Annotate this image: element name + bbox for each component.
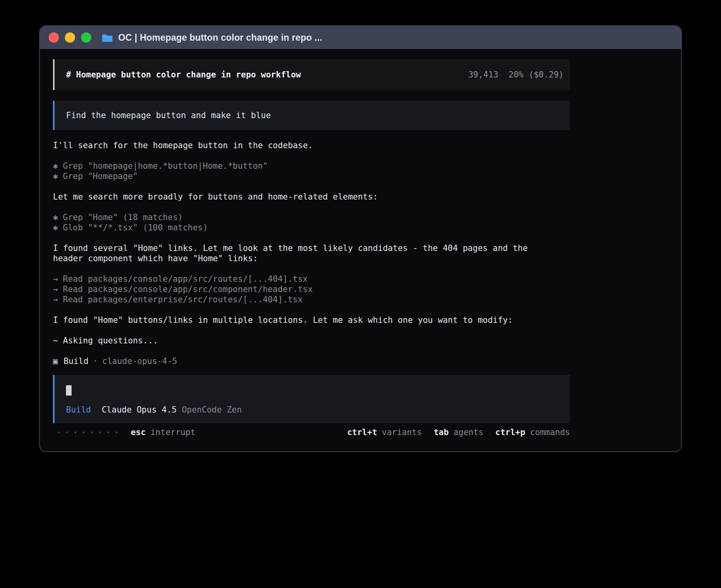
spinner-dots-icon: ········ [56, 427, 122, 437]
tool-call-text: Read packages/console/app/src/component/… [63, 285, 313, 294]
assistant-message: I found several "Home" links. Let me loo… [53, 243, 545, 264]
esc-key-hint: esc [131, 428, 146, 437]
grep-tool-icon: ✱ [53, 171, 63, 181]
window-title: OC | Homepage button color change in rep… [118, 32, 322, 43]
agent-mode-label[interactable]: Build [66, 405, 91, 415]
tool-call-line: ✱Glob "**/*.tsx" (100 matches) [53, 222, 570, 233]
model-name[interactable]: Claude Opus 4.5 [102, 405, 177, 415]
grep-tool-icon: ✱ [53, 212, 63, 222]
tool-call-line: ✱Grep "Homepage" [53, 171, 570, 181]
session-title: # Homepage button color change in repo w… [66, 70, 301, 79]
user-message: Find the homepage button and make it blu… [53, 101, 570, 130]
terminal-content: # Homepage button color change in repo w… [40, 49, 681, 451]
prompt-input[interactable]: Build Claude Opus 4.5 OpenCode Zen [53, 375, 570, 423]
shortcut-label: agents [453, 428, 483, 437]
tool-call-text: Grep "Home" (18 matches) [63, 213, 183, 222]
agent-square-icon: ▣ [53, 356, 58, 366]
close-button[interactable] [49, 32, 59, 43]
text-cursor [66, 385, 72, 396]
agent-name: Build [64, 356, 89, 366]
tool-call-text: Read packages/enterprise/src/routes/[...… [63, 295, 303, 304]
provider-name: OpenCode Zen [182, 405, 242, 415]
read-tool-arrow-icon: → [53, 284, 63, 294]
shortcut-key: tab [434, 428, 449, 437]
shortcut-label: commands [530, 428, 570, 437]
grep-tool-icon: ✱ [53, 161, 63, 171]
agent-status-row: ▣ Build · claude-opus-4-5 [53, 356, 570, 366]
terminal-window: OC | Homepage button color change in rep… [39, 25, 682, 452]
tool-call-text: Grep "Homepage" [63, 172, 138, 181]
input-status-bar: Build Claude Opus 4.5 OpenCode Zen [66, 405, 559, 415]
read-tool-arrow-icon: → [53, 294, 63, 305]
footer-shortcuts: ctrl+t variants tab agents ctrl+p comman… [335, 428, 570, 437]
shortcut-label: variants [382, 428, 422, 437]
assistant-message: Let me search more broadly for buttons a… [53, 192, 570, 202]
shortcut-agents: tab agents [434, 428, 483, 437]
minimize-button[interactable] [65, 32, 75, 43]
tool-call-line: ✱Grep "Home" (18 matches) [53, 212, 570, 222]
glob-tool-icon: ✱ [53, 222, 63, 233]
shortcut-variants: ctrl+t variants [347, 428, 422, 437]
tool-call-text: Grep "homepage|home.*button|Home.*button… [63, 161, 268, 171]
tool-call-line: ✱Grep "homepage|home.*button|Home.*butto… [53, 161, 570, 171]
shortcut-commands: ctrl+p commands [495, 428, 570, 437]
agent-separator: · [93, 356, 98, 366]
session-header: # Homepage button color change in repo w… [53, 59, 570, 90]
folder-icon [102, 33, 113, 42]
assistant-message: I'll search for the homepage button in t… [53, 140, 570, 151]
tool-call-line: →Read packages/console/app/src/routes/[.… [53, 274, 570, 284]
tool-call-line: →Read packages/enterprise/src/routes/[..… [53, 294, 570, 305]
tool-call-line: →Read packages/console/app/src/component… [53, 284, 570, 294]
token-count: 39,413 [468, 70, 498, 79]
context-percentage: 20% [509, 70, 524, 79]
agent-model: claude-opus-4-5 [102, 356, 177, 366]
tool-call-group: →Read packages/console/app/src/routes/[.… [53, 274, 570, 305]
read-tool-arrow-icon: → [53, 274, 63, 284]
status-line: ~ Asking questions... [53, 335, 570, 346]
tool-call-text: Read packages/console/app/src/routes/[..… [63, 274, 308, 284]
esc-key-label: interrupt [151, 428, 196, 437]
traffic-lights [49, 32, 91, 43]
desktop-background: OC | Homepage button color change in rep… [0, 0, 721, 588]
tool-call-group: ✱Grep "homepage|home.*button|Home.*butto… [53, 161, 570, 181]
footer-left: ········ esc interrupt [53, 427, 196, 437]
user-message-text: Find the homepage button and make it blu… [66, 111, 271, 120]
session-cost: ($0.29) [528, 70, 564, 79]
zoom-button[interactable] [81, 32, 91, 43]
window-titlebar[interactable]: OC | Homepage button color change in rep… [40, 26, 681, 49]
tool-call-text: Glob "**/*.tsx" (100 matches) [63, 223, 208, 232]
shortcut-key: ctrl+p [495, 428, 525, 437]
shortcut-key: ctrl+t [347, 428, 377, 437]
assistant-message: I found "Home" buttons/links in multiple… [53, 315, 570, 325]
session-stats: 39,413 20% ($0.29) [468, 70, 564, 79]
status-footer: ········ esc interrupt ctrl+t variants t… [53, 427, 570, 437]
tool-call-group: ✱Grep "Home" (18 matches) ✱Glob "**/*.ts… [53, 212, 570, 233]
